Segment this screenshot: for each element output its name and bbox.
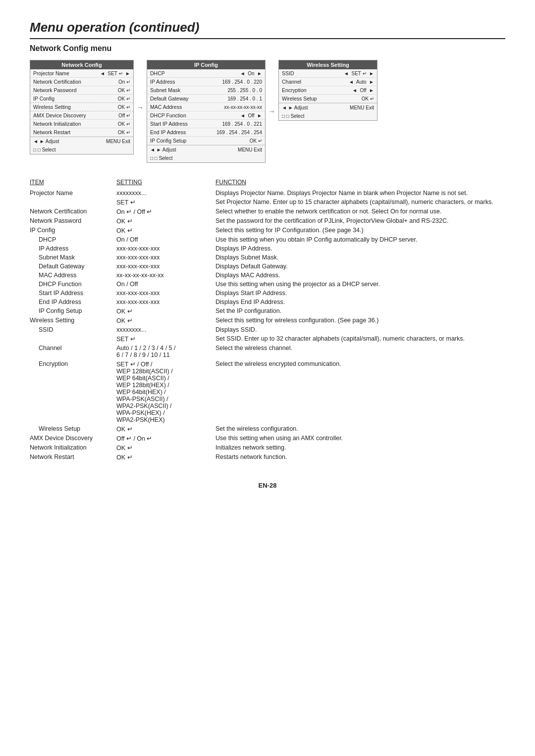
setting-cell: OK ↵ — [116, 216, 215, 226]
col-header-setting: SETTING — [116, 178, 215, 189]
table-row: Projector Name xxxxxxxx... Displays Proj… — [30, 189, 505, 198]
function-cell: Set the password for the certification o… — [215, 216, 505, 226]
table-row: Subnet Mask xxx-xxx-xxx-xxx Displays Sub… — [30, 253, 505, 262]
item-cell: End IP Address — [30, 298, 116, 306]
main-reference-table: ITEM SETTING FUNCTION Projector Name xxx… — [30, 178, 505, 462]
table-row: Wireless Setup OK ↵ Set the wireless con… — [30, 424, 505, 434]
function-cell: Select whether to enable the network cer… — [215, 207, 505, 216]
function-cell: Set the wireless configuration. — [215, 424, 505, 434]
table-row: MAC Address xx-xx-xx-xx-xx-xx Displays M… — [30, 271, 505, 280]
function-cell: Displays Start IP Address. — [215, 289, 505, 298]
table-header-row: ITEM SETTING FUNCTION — [30, 178, 505, 189]
item-cell: Encryption — [30, 359, 116, 424]
page-number: EN-28 — [30, 482, 505, 489]
table-row: Start IP Address xxx-xxx-xxx-xxx Display… — [30, 289, 505, 298]
function-cell: Use this setting when using the projecto… — [215, 280, 505, 289]
setting-cell: On / Off — [116, 280, 215, 289]
table-row: SSID xxxxxxxx... Displays SSID. — [30, 325, 505, 334]
table-row: Network Initialization OK ↵ Initializes … — [30, 443, 505, 453]
function-cell: Displays SSID. — [215, 325, 505, 334]
table-row: IP Config OK ↵ Select this setting for I… — [30, 226, 505, 235]
item-cell: Wireless Setup — [30, 424, 116, 434]
setting-cell: OK ↵ — [116, 226, 215, 235]
table-row: End IP Address xxx-xxx-xxx-xxx Displays … — [30, 298, 505, 306]
item-cell: Wireless Setting — [30, 316, 116, 325]
item-cell: SSID — [30, 325, 116, 334]
col-header-item: ITEM — [30, 178, 116, 189]
table-row: IP Config Setup OK ↵ Set the IP configur… — [30, 306, 505, 316]
function-cell: Displays Projector Name. Displays Projec… — [215, 189, 505, 198]
item-cell: Network Restart — [30, 453, 116, 462]
item-cell — [30, 198, 116, 207]
function-cell: Set the IP configuration. — [215, 306, 505, 316]
function-cell: Initializes network setting. — [215, 443, 505, 453]
item-cell: Channel — [30, 344, 116, 359]
panel-nav-2: ◄ ► Adjust MENU Exit — [147, 145, 265, 154]
ip-config-panel: IP Config DHCP ◄ On ► IP Address 169 . 2… — [147, 60, 266, 163]
panel-row-end-ip: End IP Address 169 . 254 . 254 . 254 — [147, 128, 265, 137]
setting-cell: xxx-xxx-xxx-xxx — [116, 244, 215, 253]
arrow-2: → — [266, 107, 278, 115]
function-cell: Displays IP Address. — [215, 244, 505, 253]
table-row: SET ↵ Set Projector Name. Enter up to 15… — [30, 198, 505, 207]
panel-nav-3: ◄ ► Adjust MENU Exit — [279, 103, 377, 112]
function-cell: Displays End IP Address. — [215, 298, 505, 306]
wireless-panel-wrapper: Wireless Setting SSID ◄ SET ↵ ► Channel … — [278, 60, 377, 121]
setting-cell: xxx-xxx-xxx-xxx — [116, 262, 215, 271]
item-cell: AMX Device Discovery — [30, 434, 116, 443]
setting-cell: xxxxxxxx... — [116, 189, 215, 198]
setting-cell: xxx-xxx-xxx-xxx — [116, 298, 215, 306]
table-row: Network Restart OK ↵ Restarts network fu… — [30, 453, 505, 462]
arrow-1: → — [134, 103, 147, 111]
function-cell: Displays MAC Address. — [215, 271, 505, 280]
item-cell: DHCP Function — [30, 280, 116, 289]
network-config-panel-wrapper: Network Config Projector Name ◄ SET ↵ ► … — [30, 60, 147, 154]
function-cell: Displays Default Gateway. — [215, 262, 505, 271]
table-row: SET ↵ Set SSID. Enter up to 32 character… — [30, 334, 505, 344]
function-cell: Use this setting when you obtain IP Conf… — [215, 235, 505, 244]
section-title: Network Config menu — [30, 44, 505, 53]
function-cell: Set SSID. Enter up to 32 character alpha… — [215, 334, 505, 344]
panel-row-channel: Channel ◄ Auto ► — [279, 78, 377, 86]
item-cell: IP Config — [30, 226, 116, 235]
item-cell: Start IP Address — [30, 289, 116, 298]
table-row: Network Certification On ↵ / Off ↵ Selec… — [30, 207, 505, 216]
wireless-panel: Wireless Setting SSID ◄ SET ↵ ► Channel … — [278, 60, 377, 121]
function-cell: Select the wireless channel. — [215, 344, 505, 359]
setting-cell: OK ↵ — [116, 443, 215, 453]
panel-row-network-cert: Network Certification On ↵ — [30, 78, 133, 86]
setting-cell: OK ↵ — [116, 316, 215, 325]
panel-row-start-ip: Start IP Address 169 . 254 . 0 . 221 — [147, 120, 265, 128]
panel-row-network-pass: Network Password OK ↵ — [30, 86, 133, 95]
item-cell: Projector Name — [30, 189, 116, 198]
setting-cell: xxx-xxx-xxx-xxx — [116, 253, 215, 262]
panel-row-subnet: Subnet Mask 255 . 255 . 0 . 0 — [147, 86, 265, 95]
function-cell: Use this setting when using an AMX contr… — [215, 434, 505, 443]
setting-cell: SET ↵ / Off / WEP 128bit(ASCII) / WEP 64… — [116, 359, 215, 424]
table-row: Network Password OK ↵ Set the password f… — [30, 216, 505, 226]
setting-cell: OK ↵ — [116, 306, 215, 316]
panel-row-dhcp-func: DHCP Function ◄ Off ► — [147, 111, 265, 120]
table-row: IP Address xxx-xxx-xxx-xxx Displays IP A… — [30, 244, 505, 253]
setting-cell: On ↵ / Off ↵ — [116, 207, 215, 216]
panel-row-ssid: SSID ◄ SET ↵ ► — [279, 69, 377, 78]
function-cell: Displays Subnet Mask. — [215, 253, 505, 262]
panel-select-2: □ □ Select — [147, 154, 265, 162]
setting-cell: SET ↵ — [116, 198, 215, 207]
page-title: Menu operation (continued) — [30, 20, 505, 39]
ip-config-header: IP Config — [147, 60, 265, 69]
panel-row-ip-config: IP Config OK ↵ — [30, 95, 133, 103]
item-cell: Network Initialization — [30, 443, 116, 453]
network-config-panel: Network Config Projector Name ◄ SET ↵ ► … — [30, 60, 134, 154]
function-cell: Restarts network function. — [215, 453, 505, 462]
panel-row-amx: AMX Device Discovery Off ↵ — [30, 111, 133, 120]
panel-row-encryption: Encryption ◄ Off ► — [279, 86, 377, 95]
panel-row-gateway: Default Gateway 169 . 254 . 0 . 1 — [147, 95, 265, 103]
panel-nav-1: ◄ ► Adjust MENU Exit — [30, 137, 133, 146]
table-row: Channel Auto / 1 / 2 / 3 / 4 / 5 / 6 / 7… — [30, 344, 505, 359]
panel-row-mac: MAC Address xx-xx-xx-xx-xx-xx — [147, 103, 265, 111]
table-row: DHCP Function On / Off Use this setting … — [30, 280, 505, 289]
function-cell: Select the wireless encrypted communicat… — [215, 359, 505, 424]
panel-row-dhcp: DHCP ◄ On ► — [147, 69, 265, 78]
wireless-header: Wireless Setting — [279, 60, 377, 69]
